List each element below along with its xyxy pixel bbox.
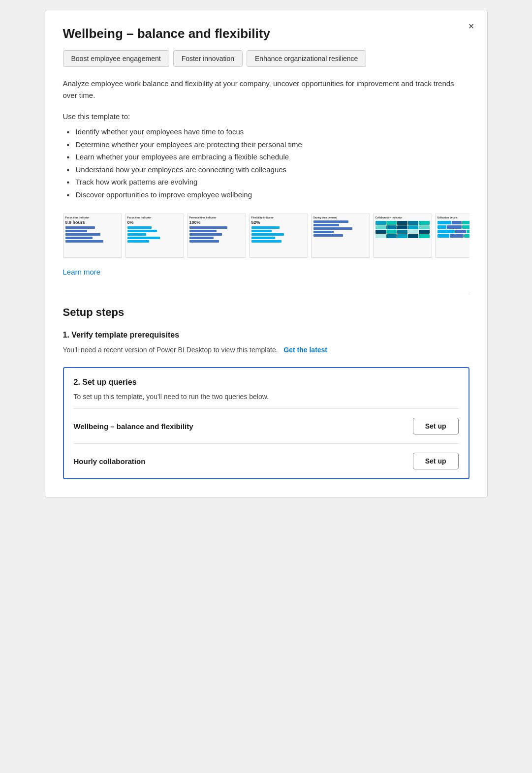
bullet-item-4: Understand how your employees are connec… <box>67 163 469 176</box>
use-template-label: Use this template to: <box>63 112 469 121</box>
query-row-2: Hourly collaboration Set up <box>74 443 459 478</box>
step2-box: 2. Set up queries To set up this templat… <box>63 367 469 479</box>
preview-card-7: Utilization details <box>435 214 469 258</box>
preview-card-2: Focus time indicator 0% <box>125 214 184 258</box>
modal-container: × Wellbeing – balance and flexibility Bo… <box>45 10 488 497</box>
query-name-2: Hourly collaboration <box>74 457 146 465</box>
bullet-item-3: Learn whether your employees are embraci… <box>67 151 469 163</box>
learn-more-link[interactable]: Learn more <box>63 268 101 276</box>
step1-block: 1. Verify template prerequisites You'll … <box>63 331 469 355</box>
setup-steps-title: Setup steps <box>63 306 469 319</box>
section-divider <box>63 294 469 294</box>
pc-header-3: Personal time indicator <box>189 216 244 219</box>
bullet-item-2: Determine whether your employees are pro… <box>67 138 469 151</box>
modal-title: Wellbeing – balance and flexibility <box>63 26 469 41</box>
pc-header-1: Focus time indicator <box>65 216 120 219</box>
step1-description: You'll need a recent version of Power BI… <box>63 344 469 355</box>
step2-description: To set up this template, you'll need to … <box>74 393 459 401</box>
tab-boost-employee-engagement[interactable]: Boost employee engagement <box>63 50 169 67</box>
pc-bars-4 <box>251 226 306 243</box>
step1-heading: 1. Verify template prerequisites <box>63 331 469 340</box>
query-row-1: Wellbeing – balance and flexibility Set … <box>74 408 459 443</box>
pc-value-3: 100% <box>189 220 244 225</box>
pc-header-2: Focus time indicator <box>127 216 182 219</box>
description-text: Analyze employee work balance and flexib… <box>63 78 469 101</box>
tab-foster-innovation[interactable]: Foster innovation <box>173 50 243 67</box>
pc-bars-1 <box>65 226 120 243</box>
pc-header-5: Saving time demand <box>313 216 368 219</box>
preview-card-1: Focus time indicator 8.9 hours <box>63 214 122 258</box>
preview-card-6: Collaboration indicator <box>373 214 432 258</box>
query-name-1: Wellbeing – balance and flexibility <box>74 422 193 431</box>
preview-card-3: Personal time indicator 100% <box>187 214 246 258</box>
tab-enhance-organizational-resilience[interactable]: Enhance organizational resilience <box>247 50 366 67</box>
pc-value-2: 0% <box>127 220 182 225</box>
step2-heading: 2. Set up queries <box>74 378 459 387</box>
pc-value-4: 52% <box>251 220 306 225</box>
pc-header-6: Collaboration indicator <box>376 216 430 219</box>
close-button[interactable]: × <box>466 19 477 33</box>
bullet-list: Identify whether your employees have tim… <box>63 125 469 201</box>
bullet-item-1: Identify whether your employees have tim… <box>67 125 469 138</box>
heatmap-grid-1 <box>376 221 430 238</box>
pc-header-4: Flexibility indicator <box>251 216 306 219</box>
preview-card-4: Flexibility indicator 52% <box>249 214 308 258</box>
setup-button-1[interactable]: Set up <box>413 418 459 434</box>
get-latest-link[interactable]: Get the latest <box>283 346 327 354</box>
setup-button-2[interactable]: Set up <box>413 453 459 469</box>
tabs-row: Boost employee engagement Foster innovat… <box>63 50 469 67</box>
preview-strip: Focus time indicator 8.9 hours Focus tim… <box>63 214 469 258</box>
pc-bars-5 <box>313 220 368 237</box>
preview-card-5: Saving time demand <box>311 214 370 258</box>
pc-bars-2 <box>127 226 182 243</box>
pc-bars-3 <box>189 226 244 243</box>
pc-header-7: Utilization details <box>438 216 469 219</box>
step1-description-text: You'll need a recent version of Power BI… <box>63 346 278 354</box>
pc-value-1: 8.9 hours <box>65 220 120 225</box>
bullet-item-5: Track how work patterns are evolving <box>67 176 469 188</box>
bullet-item-6: Discover opportunities to improve employ… <box>67 188 469 201</box>
